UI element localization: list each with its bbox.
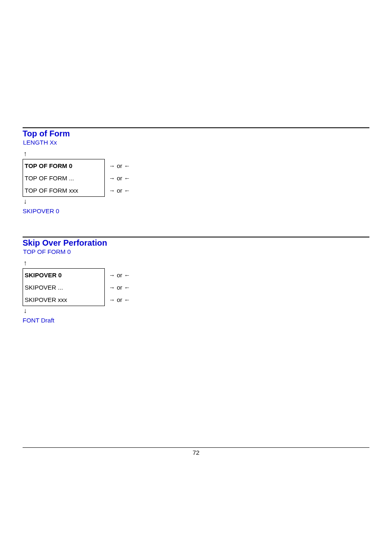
section-title: Top of Form — [23, 129, 369, 138]
arrow-left-right-icon: → or ← — [105, 272, 130, 279]
arrow-up-icon: ↑ — [23, 259, 369, 267]
section-prev-link[interactable]: TOP OF FORM 0 — [23, 248, 369, 255]
arrow-left-right-icon: → or ← — [105, 175, 130, 182]
options-box: SKIPOVER 0 SKIPOVER ... SKIPOVER xxx — [23, 268, 105, 306]
arrow-left-right-icon: → or ← — [105, 187, 130, 194]
options-block: SKIPOVER 0 SKIPOVER ... SKIPOVER xxx → o… — [23, 268, 369, 306]
option-row: SKIPOVER 0 — [23, 272, 105, 279]
arrow-left-right-icon: → or ← — [105, 162, 130, 169]
arrow-left-right-icon: → or ← — [105, 296, 130, 303]
section-top-of-form: Top of Form LENGTH Xx ↑ TOP OF FORM 0 TO… — [23, 127, 369, 214]
page-footer: 72 — [23, 447, 369, 456]
section-rule — [23, 237, 369, 237]
section-skip-over-perforation: Skip Over Perforation TOP OF FORM 0 ↑ SK… — [23, 237, 369, 324]
page-number: 72 — [23, 449, 369, 456]
section-prev-link[interactable]: LENGTH Xx — [23, 139, 369, 146]
options-box: TOP OF FORM 0 TOP OF FORM ... TOP OF FOR… — [23, 159, 105, 197]
option-row: TOP OF FORM xxx — [23, 187, 105, 194]
option-row: TOP OF FORM ... — [23, 175, 105, 182]
options-block: TOP OF FORM 0 TOP OF FORM ... TOP OF FOR… — [23, 159, 369, 197]
footer-rule — [23, 447, 369, 448]
section-title: Skip Over Perforation — [23, 238, 369, 248]
arrow-down-icon: ↓ — [23, 198, 369, 206]
arrow-left-right-icon: → or ← — [105, 284, 130, 291]
option-row: TOP OF FORM 0 — [23, 162, 105, 169]
arrow-up-icon: ↑ — [23, 150, 369, 158]
section-rule — [23, 127, 369, 128]
arrow-down-icon: ↓ — [23, 307, 369, 315]
section-next-link[interactable]: SKIPOVER 0 — [23, 207, 369, 214]
option-row: SKIPOVER ... — [23, 284, 105, 291]
section-next-link[interactable]: FONT Draft — [23, 317, 369, 324]
option-row: SKIPOVER xxx — [23, 296, 105, 303]
